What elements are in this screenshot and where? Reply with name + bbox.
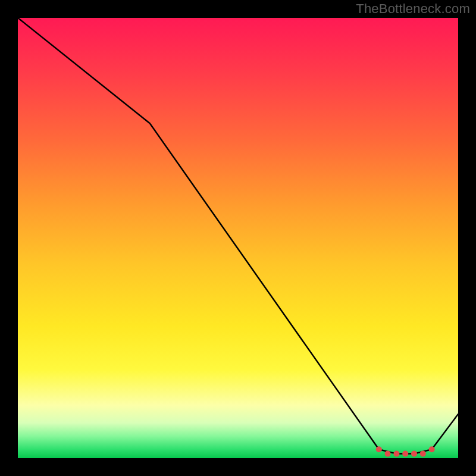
plateau-marker (385, 451, 391, 457)
plot-area (18, 18, 458, 458)
plateau-marker (393, 451, 399, 457)
chart-svg (18, 18, 458, 458)
curve-line (18, 18, 458, 454)
plateau-marker (376, 446, 382, 452)
plateau-marker (411, 451, 417, 457)
chart-frame: TheBottleneck.com (0, 0, 476, 476)
plateau-marker (420, 451, 426, 457)
plateau-marker (402, 451, 408, 457)
watermark-text: TheBottleneck.com (356, 1, 470, 17)
plateau-marker (429, 446, 435, 452)
